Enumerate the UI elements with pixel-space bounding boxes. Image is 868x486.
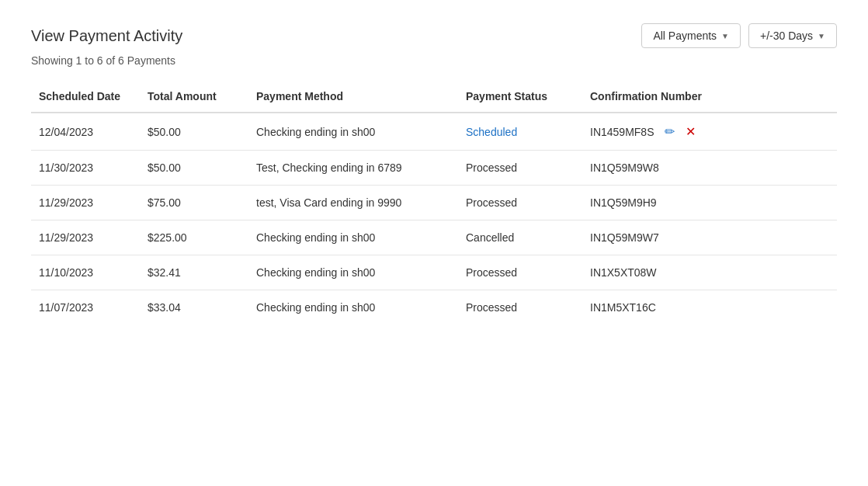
page-header: View Payment Activity All Payments ▼ +/-…: [31, 23, 837, 48]
col-total-amount: Total Amount: [140, 82, 248, 113]
cell-total-amount: $50.00: [140, 151, 248, 186]
table-row: 11/29/2023$225.00Checking ending in sh00…: [31, 220, 837, 255]
confirmation-actions-wrapper: IN1459MF8S✏✕: [590, 124, 829, 139]
cell-confirmation-number: IN1Q59M9H9: [582, 186, 837, 220]
cell-confirmation-number: IN1Q59M9W8: [582, 151, 837, 186]
confirmation-number-text: IN1459MF8S: [590, 126, 654, 138]
showing-text: Showing 1 to 6 of 6 Payments: [31, 54, 837, 67]
edit-icon[interactable]: ✏: [665, 124, 675, 139]
table-row: 11/29/2023$75.00test, Visa Card ending i…: [31, 186, 837, 220]
cell-payment-status: Processed: [458, 255, 582, 290]
days-range-dropdown[interactable]: +/-30 Days ▼: [748, 23, 837, 48]
cell-payment-status: Processed: [458, 186, 582, 220]
col-scheduled-date: Scheduled Date: [31, 82, 140, 113]
cell-payment-status: Scheduled: [458, 113, 582, 151]
cell-confirmation-number: IN1459MF8S✏✕: [582, 113, 837, 151]
cell-scheduled-date: 11/10/2023: [31, 255, 140, 290]
cell-payment-method: Checking ending in sh00: [248, 113, 458, 151]
chevron-down-icon: ▼: [818, 32, 825, 40]
cell-scheduled-date: 11/29/2023: [31, 186, 140, 220]
cell-scheduled-date: 12/04/2023: [31, 113, 140, 151]
page-title: View Payment Activity: [31, 27, 182, 45]
col-payment-method: Payment Method: [248, 82, 458, 113]
cell-payment-status: Cancelled: [458, 220, 582, 255]
cell-payment-method: Checking ending in sh00: [248, 255, 458, 290]
cell-confirmation-number: IN1Q59M9W7: [582, 220, 837, 255]
cell-confirmation-number: IN1M5XT16C: [582, 290, 837, 325]
chevron-down-icon: ▼: [721, 32, 729, 40]
cell-scheduled-date: 11/29/2023: [31, 220, 140, 255]
cell-total-amount: $225.00: [140, 220, 248, 255]
cell-scheduled-date: 11/30/2023: [31, 151, 140, 186]
table-row: 12/04/2023$50.00Checking ending in sh00S…: [31, 113, 837, 151]
col-payment-status: Payment Status: [458, 82, 582, 113]
all-payments-label: All Payments: [653, 30, 717, 42]
col-confirmation-number: Confirmation Number: [582, 82, 837, 113]
cell-confirmation-number: IN1X5XT08W: [582, 255, 837, 290]
delete-icon[interactable]: ✕: [686, 124, 696, 139]
table-row: 11/07/2023$33.04Checking ending in sh00P…: [31, 290, 837, 325]
all-payments-dropdown[interactable]: All Payments ▼: [641, 23, 741, 48]
header-controls: All Payments ▼ +/-30 Days ▼: [641, 23, 837, 48]
cell-payment-method: Checking ending in sh00: [248, 220, 458, 255]
table-header-row: Scheduled Date Total Amount Payment Meth…: [31, 82, 837, 113]
cell-total-amount: $75.00: [140, 186, 248, 220]
days-range-label: +/-30 Days: [760, 30, 813, 42]
cell-payment-method: Test, Checking ending in 6789: [248, 151, 458, 186]
cell-payment-status: Processed: [458, 290, 582, 325]
table-row: 11/10/2023$32.41Checking ending in sh00P…: [31, 255, 837, 290]
cell-total-amount: $50.00: [140, 113, 248, 151]
cell-payment-status: Processed: [458, 151, 582, 186]
payments-table: Scheduled Date Total Amount Payment Meth…: [31, 82, 837, 325]
cell-payment-method: Checking ending in sh00: [248, 290, 458, 325]
table-row: 11/30/2023$50.00Test, Checking ending in…: [31, 151, 837, 186]
cell-total-amount: $33.04: [140, 290, 248, 325]
cell-total-amount: $32.41: [140, 255, 248, 290]
cell-payment-method: test, Visa Card ending in 9990: [248, 186, 458, 220]
cell-scheduled-date: 11/07/2023: [31, 290, 140, 325]
